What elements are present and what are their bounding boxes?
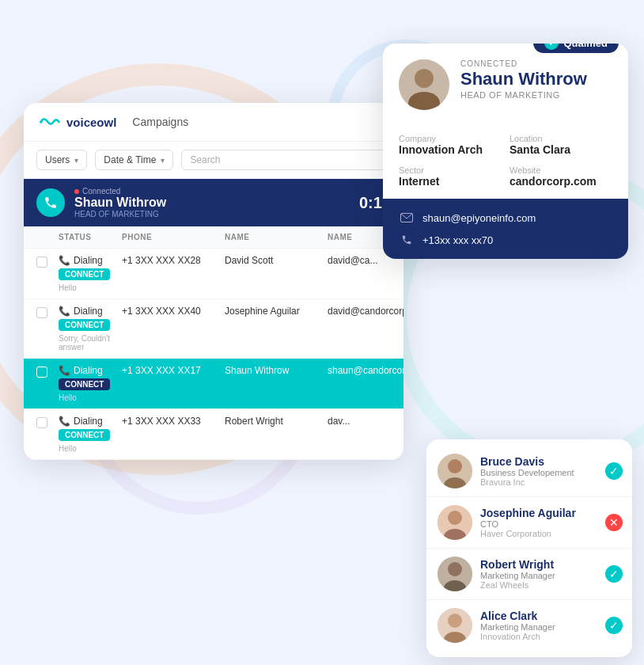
- name-cell: Josephine Aguilar: [225, 306, 328, 317]
- call-name: Shaun Withrow: [74, 196, 350, 210]
- person-avatar: [438, 505, 472, 540]
- search-input[interactable]: Search: [181, 150, 391, 170]
- phone-cell: +1 3XX XXX XX33: [122, 416, 225, 427]
- contact-role: HEAD OF MARKETING: [460, 90, 612, 100]
- phone-icon: 📞: [59, 416, 70, 427]
- person-avatar: [438, 557, 472, 591]
- th-phone: PHONE: [122, 233, 225, 241]
- chevron-down-icon: ▾: [161, 156, 165, 165]
- row-checkbox[interactable]: [36, 367, 47, 378]
- company-detail: Company Innovation Arch: [399, 134, 502, 156]
- connect-note: Sorry, Couldn't answer: [59, 334, 116, 352]
- email-cell: shaun@candorcorp.com: [328, 365, 403, 376]
- connected-label: CONNECTED: [460, 59, 612, 68]
- people-panel: Bruce Davis Business Developement Bravur…: [426, 439, 632, 657]
- status-cell: 📞 Dialing CONNECT Sorry, Couldn't answer: [59, 306, 122, 352]
- table-body: 📞 Dialing CONNECT Hello +1 3XX XXX XX28 …: [24, 249, 403, 460]
- date-filter[interactable]: Date & Time ▾: [95, 150, 173, 170]
- phone-icon: 📞: [59, 365, 70, 376]
- phone-footer-item: +13xx xxx xx70: [399, 232, 612, 248]
- svg-point-9: [448, 511, 462, 525]
- status-success-icon: ✓: [605, 462, 623, 480]
- status-cell: 📞 Dialing CONNECT Hello: [59, 365, 122, 402]
- person-info: Robert Wright Marketing Manager Zeal Whe…: [480, 558, 621, 590]
- contact-card-footer: shaun@epiyoneinfo.com +13xx xxx xx70: [383, 199, 628, 259]
- person-card-alice: Alice Clark Marketing Manager Innovation…: [426, 600, 632, 651]
- call-info: Connected Shaun Withrow HEAD OF MARKETIN…: [74, 187, 350, 218]
- phone-icon: [44, 196, 58, 210]
- contact-details-grid: Company Innovation Arch Location Santa C…: [383, 123, 628, 199]
- person-info: Bruce Davis Business Developement Bravur…: [480, 455, 621, 487]
- name-cell: Shaun Withrow: [225, 365, 328, 376]
- th-check: [36, 233, 59, 241]
- connect-note: Hello: [59, 283, 116, 292]
- row-checkbox[interactable]: [36, 256, 47, 268]
- logo-area: voiceowl: [40, 114, 116, 130]
- table-row: 📞 Dialing CONNECT Sorry, Couldn't answer…: [24, 299, 403, 359]
- row-checkbox[interactable]: [36, 307, 47, 318]
- contact-avatar: [399, 59, 449, 110]
- campaigns-label: Campaigns: [132, 116, 188, 128]
- email-footer-item: shaun@epiyoneinfo.com: [399, 210, 612, 226]
- phone-cell: +1 3XX XXX XX17: [122, 365, 225, 376]
- contact-name: Shaun Withrow: [460, 70, 612, 89]
- status-cell: 📞 Dialing CONNECT Hello: [59, 255, 122, 292]
- row-checkbox[interactable]: [36, 417, 47, 428]
- svg-point-0: [40, 120, 43, 124]
- logo-icon: [40, 114, 62, 130]
- person-card-robert: Robert Wright Marketing Manager Zeal Whe…: [426, 549, 632, 600]
- location-detail: Location Santa Clara: [510, 134, 612, 156]
- contact-card: ✓ Qualified CONNECTED Shaun Withrow HEAD…: [383, 44, 628, 259]
- campaign-panel: voiceowl Campaigns Users ▾ Date & Time ▾…: [24, 103, 403, 460]
- qualified-badge: ✓ Qualified: [533, 44, 619, 53]
- phone-footer-icon: [399, 232, 415, 248]
- contact-card-header: ✓ Qualified CONNECTED Shaun Withrow HEAD…: [383, 44, 628, 123]
- active-call-bar: Connected Shaun Withrow HEAD OF MARKETIN…: [24, 179, 403, 226]
- contact-info-main: CONNECTED Shaun Withrow HEAD OF MARKETIN…: [460, 59, 612, 100]
- table-row: 📞 Dialing CONNECT Hello +1 3XX XXX XX28 …: [24, 249, 403, 299]
- name-cell: David Scott: [225, 255, 328, 266]
- svg-point-2: [415, 69, 434, 88]
- filter-bar: Users ▾ Date & Time ▾ Search: [24, 142, 403, 179]
- email-cell: david@candorcorp.com: [328, 306, 403, 317]
- svg-point-6: [448, 459, 462, 473]
- phone-icon: 📞: [59, 306, 70, 317]
- table-row-active: 📞 Dialing CONNECT Hello +1 3XX XXX XX17 …: [24, 359, 403, 409]
- person-card-bruce: Bruce Davis Business Developement Bravur…: [426, 446, 632, 497]
- email-cell: dav...: [328, 416, 391, 427]
- person-avatar: [438, 454, 472, 488]
- connect-note: Hello: [59, 393, 116, 402]
- person-info: Josephine Aguilar CTO Haver Corporation: [480, 507, 621, 538]
- connect-note: Hello: [59, 444, 116, 453]
- th-email: NAME: [328, 233, 391, 241]
- call-icon-circle: [36, 188, 65, 217]
- email-icon: [399, 210, 415, 226]
- person-info: Alice Clark Marketing Manager Innovation…: [480, 610, 621, 641]
- sector-detail: Sector Internet: [399, 165, 502, 188]
- email-cell: david@ca...: [328, 255, 391, 266]
- table-row: 📞 Dialing CONNECT Hello +1 3XX XXX XX33 …: [24, 409, 403, 460]
- person-card-josephine: Josephine Aguilar CTO Haver Corporation …: [426, 497, 632, 549]
- phone-icon: 📞: [59, 255, 70, 266]
- users-filter[interactable]: Users ▾: [36, 150, 87, 170]
- call-title: HEAD OF MARKETING: [74, 210, 350, 218]
- connect-button[interactable]: CONNECT: [59, 319, 110, 331]
- panel-header: voiceowl Campaigns: [24, 103, 403, 142]
- person-avatar: [438, 608, 472, 643]
- svg-point-15: [448, 614, 462, 628]
- status-success-icon: ✓: [605, 617, 623, 634]
- connected-dot: [74, 189, 79, 194]
- th-status: STATUS: [59, 233, 122, 241]
- connect-button[interactable]: CONNECT: [59, 429, 110, 441]
- connect-button[interactable]: CONNECT: [59, 268, 110, 280]
- logo-text: voiceowl: [66, 116, 116, 129]
- svg-point-12: [448, 562, 462, 576]
- connect-button[interactable]: CONNECT: [59, 378, 110, 390]
- call-connected-label: Connected: [74, 187, 350, 196]
- th-name: NAME: [225, 233, 328, 241]
- phone-cell: +1 3XX XXX XX40: [122, 306, 225, 317]
- chevron-down-icon: ▾: [74, 156, 78, 165]
- website-detail: Website candorcorp.com: [510, 165, 612, 188]
- check-icon: ✓: [544, 44, 559, 50]
- status-fail-icon: ✕: [605, 514, 623, 531]
